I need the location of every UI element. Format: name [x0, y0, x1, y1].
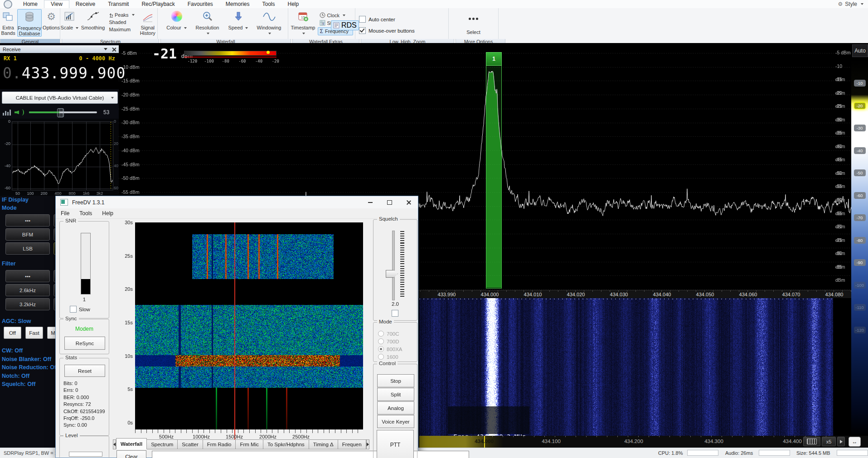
tab-home[interactable]: Home	[17, 0, 44, 8]
amplitude-tick[interactable]: -50	[854, 169, 866, 176]
analog-button[interactable]: Analog	[377, 401, 414, 415]
waterfall-colorbar[interactable]	[184, 51, 276, 56]
filter-button[interactable]: 3.2kHz	[5, 298, 50, 310]
zoom-x5-button[interactable]: x5	[822, 437, 836, 446]
close-icon[interactable]	[112, 47, 116, 51]
mode-radio[interactable]: 700C	[378, 330, 402, 337]
stop-button[interactable]: Stop	[377, 374, 414, 387]
squelch-checkbox[interactable]	[392, 310, 398, 317]
split-button[interactable]: Split	[377, 388, 414, 401]
tab-memories[interactable]: Memories	[219, 0, 256, 8]
tab-scroll-left[interactable]	[113, 439, 116, 449]
squelch-slider-handle[interactable]	[386, 270, 398, 278]
tab-scroll-right[interactable]	[366, 439, 369, 449]
auto-scale-button[interactable]: Auto	[852, 44, 868, 57]
shaded-button[interactable]: Shaded	[107, 19, 136, 25]
tab-timing[interactable]: Timing Δ	[309, 439, 338, 449]
maximize-button[interactable]	[380, 197, 399, 208]
reset-button[interactable]: Reset	[64, 365, 105, 377]
tab-view[interactable]: View	[44, 0, 69, 8]
tab-scatter[interactable]: Scatter	[178, 439, 203, 449]
windowing-button[interactable]: Windowing	[256, 9, 282, 36]
amplitude-tick[interactable]: -110	[854, 304, 866, 311]
if-spectrum-canvas[interactable]	[12, 121, 113, 190]
freedv-waterfall-canvas[interactable]	[135, 222, 363, 429]
text-field[interactable]	[152, 451, 469, 458]
clear-button[interactable]: Clear	[116, 450, 146, 458]
resolution-button[interactable]: Resolution	[194, 9, 221, 36]
amplitude-tick[interactable]: -90	[854, 259, 866, 266]
mouse-over-buttons-checkbox[interactable]: Mouse-over buttons	[359, 27, 415, 34]
agc-button[interactable]: Off	[4, 327, 21, 339]
voice-keyer-button[interactable]: Voice Keyer	[377, 415, 414, 428]
mode-radio[interactable]: 800XA	[378, 345, 402, 353]
filter-button[interactable]: 2.6kHz	[5, 284, 50, 296]
maximum-button[interactable]: Maximum	[107, 26, 136, 33]
auto-center-checkbox[interactable]: Auto center	[359, 16, 395, 23]
rds-button[interactable]: RDS	[331, 20, 359, 30]
equalizer-icon[interactable]	[3, 109, 11, 116]
amplitude-tick[interactable]: -40	[854, 147, 866, 154]
freedv-title-bar[interactable]: FreeDV 1.3.1	[56, 196, 418, 208]
volume-slider[interactable]	[29, 111, 97, 113]
amplitude-tick[interactable]: -100	[854, 282, 866, 289]
ptt-button[interactable]: PTT	[377, 430, 414, 458]
tab-help[interactable]: Help	[281, 0, 305, 8]
smoothing-button[interactable]: Smoothing	[81, 9, 106, 30]
squelch-slider-track[interactable]	[392, 231, 395, 300]
collapse-icon[interactable]	[104, 48, 107, 50]
tab-favourites[interactable]: Favourites	[181, 0, 219, 8]
colour-button[interactable]: Colour	[164, 9, 190, 30]
mode-radio[interactable]: 1600	[378, 353, 402, 361]
tab-rec-playback[interactable]: Rec/Playback	[135, 0, 181, 8]
keyboard-entry-button[interactable]	[803, 437, 820, 446]
extra-bands-button[interactable]: Extra Bands	[0, 9, 16, 36]
speaker-icon[interactable]	[15, 109, 24, 116]
amplitude-tick[interactable]: -120	[854, 327, 866, 333]
menu-tools[interactable]: Tools	[74, 210, 97, 217]
mode-button[interactable]: LSB	[5, 242, 50, 255]
clock-button[interactable]: Clock	[318, 12, 353, 19]
signal-marker-1[interactable]: 1	[486, 52, 502, 66]
colorbar-marker-dot[interactable]	[267, 51, 270, 54]
zoom-reset-button[interactable]: ↔	[849, 437, 861, 447]
filter-button[interactable]: •••	[5, 270, 50, 282]
style-selector[interactable]: ⚙ Style	[838, 1, 868, 7]
peaks-button[interactable]: Peaks	[107, 12, 136, 18]
amplitude-tick[interactable]: -30	[854, 125, 866, 131]
minimize-button[interactable]	[361, 197, 380, 208]
speed-button[interactable]: Speed	[225, 9, 252, 30]
frequency-display[interactable]: RX 1 0 - 4000 Hz 0.433.999.900	[0, 53, 119, 89]
amplitude-tick[interactable]: -60	[854, 192, 866, 199]
mode-button[interactable]: •••	[5, 214, 50, 227]
options-button[interactable]: ⚙ Options	[43, 9, 60, 30]
agc-button[interactable]: Fast	[25, 327, 43, 339]
tab-to-spkr[interactable]: To Spkr/Hdphns	[263, 439, 309, 449]
tab-frm-radio[interactable]: Frm Radio	[203, 439, 236, 449]
signal-history-button[interactable]: Signal History	[138, 9, 157, 36]
tab-transmit[interactable]: Transmit	[102, 0, 135, 8]
frequency-database-button[interactable]: Frequency Database	[17, 9, 42, 37]
tab-receive[interactable]: Receive	[69, 0, 102, 8]
tuned-frequency[interactable]: 0.433.999.900	[0, 62, 119, 82]
menu-file[interactable]: File	[56, 210, 74, 217]
audio-device-select[interactable]: CABLE Input (VB-Audio Virtual Cable)	[2, 92, 118, 104]
tab-frm-mic[interactable]: Frm Mic	[236, 439, 263, 449]
tab-waterfall[interactable]: Waterfall	[116, 438, 147, 449]
mode-button[interactable]: BFM	[5, 228, 50, 241]
tab-tools[interactable]: Tools	[256, 0, 281, 8]
snr-slow-checkbox[interactable]: Slow	[70, 306, 90, 313]
resync-button[interactable]: ReSync	[64, 337, 105, 350]
timestamp-button[interactable]: 15 Timestamp	[291, 9, 316, 36]
amplitude-tick[interactable]: -70	[854, 214, 866, 221]
select-button[interactable]: Select	[461, 9, 487, 35]
amplitude-tick[interactable]: -80	[854, 237, 866, 244]
waterfall-frequency-bar[interactable]: 434.000434.100434.200434.300434.400 x5 ↔	[419, 436, 868, 448]
mode-radio[interactable]: 700D	[378, 337, 402, 345]
menu-help[interactable]: Help	[97, 210, 118, 217]
scale-button[interactable]: Scale	[60, 9, 79, 30]
tab-frequency[interactable]: Frequen	[338, 439, 366, 449]
amplitude-tick[interactable]: -20	[854, 102, 866, 109]
close-button[interactable]	[399, 197, 418, 208]
zoom-step-button[interactable]	[837, 437, 845, 446]
